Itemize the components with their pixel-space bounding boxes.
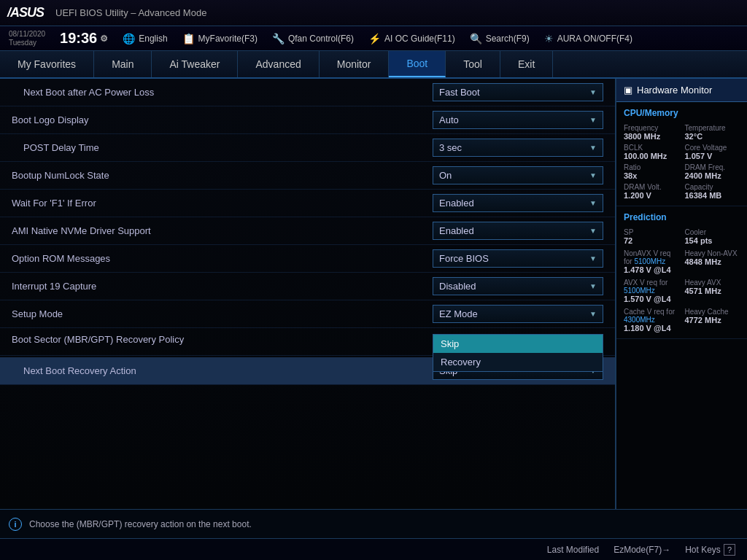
asus-logo: /ASUS [7, 5, 44, 20]
hw-label-nonavx-req: NonAVX V req for 5100MHz [624, 249, 679, 265]
hw-value-heavy-nonavx: 4848 MHz [685, 257, 740, 266]
info-desc-bar: i Choose the (MBR/GPT) recovery action o… [0, 509, 747, 538]
setting-dropdown-setup-mode[interactable]: EZ Mode ▼ [433, 305, 603, 323]
hw-label-frequency: Frequency [624, 124, 679, 132]
hw-value-temperature: 32°C [685, 132, 740, 141]
setting-label-recovery-policy: Boot Sector (MBR/GPT) Recovery Policy [12, 334, 184, 345]
day: Tuesday [9, 39, 45, 47]
main-content: Next Boot after AC Power Loss Fast Boot … [0, 79, 747, 509]
setting-row-option-rom[interactable]: Option ROM Messages Force BIOS ▼ [0, 245, 615, 273]
setting-dropdown-boot-logo[interactable]: Auto ▼ [433, 111, 603, 129]
interrupt-value: Disabled [439, 281, 476, 292]
hw-label-heavy-avx: Heavy AVX [685, 279, 740, 287]
gear-icon[interactable]: ⚙ [100, 34, 108, 44]
ez-mode-label: EzMode(F7)→ [614, 545, 670, 555]
qfan-icon: 🔧 [272, 33, 285, 44]
boot-logo-value: Auto [439, 114, 459, 125]
hw-value-sp: 72 [624, 236, 679, 245]
nav-my-favorites[interactable]: My Favorites [0, 51, 94, 77]
hw-prediction-section: Prediction SP 72 Cooler 154 pts NonAVX V… [616, 206, 747, 339]
hw-cpu-memory-grid: Frequency 3800 MHz Temperature 32°C BCLK… [624, 124, 740, 200]
footer-actions: Last Modified EzMode(F7)→ Hot Keys ? [0, 538, 747, 560]
option-rom-value: Force BIOS [439, 253, 489, 264]
hw-value-dram-volt: 1.200 V [624, 191, 679, 200]
setting-row-post-delay[interactable]: POST Delay Time 3 sec ▼ [0, 134, 615, 162]
hw-label-dram-volt: DRAM Volt. [624, 183, 679, 191]
setting-dropdown-numlock[interactable]: On ▼ [433, 166, 603, 184]
ez-mode-btn[interactable]: EzMode(F7)→ [614, 545, 670, 555]
hw-monitor-title: ▣ Hardware Monitor [616, 79, 747, 102]
setting-row-boot-logo[interactable]: Boot Logo Display Auto ▼ [0, 106, 615, 134]
setting-dropdown-interrupt[interactable]: Disabled ▼ [433, 277, 603, 295]
hw-value-heavy-cache: 4772 MHz [685, 316, 740, 324]
setting-row-fast-boot[interactable]: Next Boot after AC Power Loss Fast Boot … [0, 79, 615, 106]
fast-boot-value: Fast Boot [439, 87, 480, 98]
dropdown-arrow: ▼ [589, 254, 597, 262]
setting-row-numlock[interactable]: Bootup NumLock State On ▼ [0, 162, 615, 190]
hw-label-heavy-cache: Heavy Cache [685, 308, 740, 316]
recovery-option-recovery[interactable]: Recovery [433, 353, 603, 371]
nav-boot[interactable]: Boot [389, 51, 446, 77]
nav-exit[interactable]: Exit [500, 51, 553, 77]
hw-value-capacity: 16384 MB [685, 191, 740, 200]
search-btn[interactable]: 🔍 Search(F9) [470, 33, 530, 44]
hw-value-dram-freq: 2400 MHz [685, 171, 740, 180]
hw-label-bclk: BCLK [624, 144, 679, 152]
search-icon: 🔍 [470, 33, 482, 44]
setting-row-setup-mode[interactable]: Setup Mode EZ Mode ▼ [0, 300, 615, 328]
last-modified-btn[interactable]: Last Modified [547, 545, 599, 555]
language-selector[interactable]: 🌐 English [123, 33, 167, 44]
hot-keys-icon: ? [724, 544, 735, 556]
nav-menu: My Favorites Main Ai Tweaker Advanced Mo… [0, 51, 747, 79]
setting-dropdown-nvme[interactable]: Enabled ▼ [433, 222, 603, 240]
hw-cpu-memory-section: CPU/Memory Frequency 3800 MHz Temperatur… [616, 102, 747, 206]
setting-dropdown-post-delay[interactable]: 3 sec ▼ [433, 139, 603, 157]
qfan-btn[interactable]: 🔧 Qfan Control(F6) [272, 33, 354, 44]
recovery-policy-dropdown-list[interactable]: Skip Recovery [433, 334, 603, 372]
setting-dropdown-option-rom[interactable]: Force BIOS ▼ [433, 249, 603, 268]
hw-label-cache-req: Cache V req for 4300MHz [624, 308, 679, 324]
dropdown-arrow: ▼ [589, 144, 597, 152]
setting-label-fast-boot: Next Boot after AC Power Loss [12, 87, 154, 98]
setting-row-interrupt[interactable]: Interrupt 19 Capture Disabled ▼ [0, 273, 615, 300]
setting-label-nvme: AMI Native NVMe Driver Support [12, 225, 151, 236]
recovery-option-skip[interactable]: Skip [433, 335, 603, 353]
nav-advanced[interactable]: Advanced [238, 51, 319, 77]
numlock-value: On [439, 170, 452, 181]
nav-ai-tweaker[interactable]: Ai Tweaker [152, 51, 238, 77]
aioc-btn[interactable]: ⚡ AI OC Guide(F11) [368, 33, 455, 44]
bios-title: UEFI BIOS Utility – Advanced Mode [55, 7, 206, 18]
setting-label-interrupt: Interrupt 19 Capture [12, 281, 96, 292]
wait-f1-value: Enabled [439, 198, 474, 209]
hw-cpu-memory-title: CPU/Memory [624, 108, 740, 118]
hw-prediction-grid: SP 72 Cooler 154 pts [624, 228, 740, 245]
nav-main[interactable]: Main [94, 51, 152, 77]
setting-row-recovery-policy[interactable]: Boot Sector (MBR/GPT) Recovery Policy Sk… [0, 328, 615, 356]
datetime: 08/11/2020 Tuesday [9, 30, 45, 47]
setting-dropdown-fast-boot[interactable]: Fast Boot ▼ [433, 83, 603, 101]
hw-monitor-panel: ▣ Hardware Monitor CPU/Memory Frequency … [616, 79, 747, 509]
hw-value-heavy-avx: 4571 MHz [685, 287, 740, 295]
aioc-icon: ⚡ [368, 33, 381, 44]
setting-label-option-rom: Option ROM Messages [12, 253, 110, 264]
hot-keys-btn[interactable]: Hot Keys ? [685, 544, 735, 556]
myfavorite-btn[interactable]: 📋 MyFavorite(F3) [182, 33, 258, 44]
nav-tool[interactable]: Tool [446, 51, 500, 77]
setting-row-wait-f1[interactable]: Wait For 'F1' If Error Enabled ▼ [0, 190, 615, 217]
setting-dropdown-wait-f1[interactable]: Enabled ▼ [433, 194, 603, 212]
setting-row-nvme[interactable]: AMI Native NVMe Driver Support Enabled ▼ [0, 217, 615, 245]
info-bar: 08/11/2020 Tuesday 19:36 ⚙ 🌐 English 📋 M… [0, 26, 747, 51]
hw-label-capacity: Capacity [685, 183, 740, 191]
dropdown-arrow: ▼ [589, 282, 597, 290]
setting-label-numlock: Bootup NumLock State [12, 170, 109, 181]
nvme-value: Enabled [439, 225, 474, 236]
hw-label-dram-freq: DRAM Freq. [685, 163, 740, 171]
info-desc-text: Choose the (MBR/GPT) recovery action on … [29, 519, 252, 529]
aura-btn[interactable]: ☀ AURA ON/OFF(F4) [544, 33, 632, 44]
language-icon: 🌐 [123, 33, 135, 44]
nav-monitor[interactable]: Monitor [320, 51, 390, 77]
dropdown-arrow: ▼ [589, 310, 597, 318]
dropdown-arrow: ▼ [589, 116, 597, 124]
hw-label-core-voltage: Core Voltage [685, 144, 740, 152]
header-bar: /ASUS UEFI BIOS Utility – Advanced Mode [0, 0, 747, 26]
